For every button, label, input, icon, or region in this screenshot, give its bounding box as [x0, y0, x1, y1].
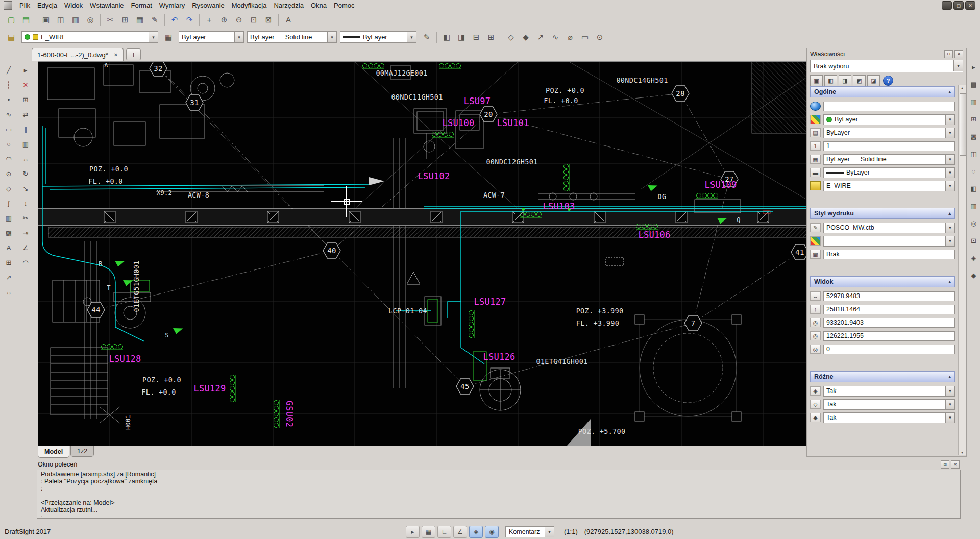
section-print-style[interactable]: Styl wydruku ▴ — [810, 208, 955, 219]
layer-select[interactable]: E_WIRE ▾ — [823, 181, 955, 191]
annotation-scale-icon[interactable]: A — [281, 13, 296, 27]
ortho-toggle[interactable]: ∟ — [437, 526, 451, 538]
freeze-layer-icon[interactable]: ◇ — [504, 30, 518, 44]
close-panel-icon[interactable]: ✕ — [954, 50, 963, 58]
misc-select-1[interactable]: Tak ▾ — [823, 386, 955, 397]
extend-tool[interactable]: ⇥ — [19, 226, 33, 239]
copy-icon[interactable]: ⊞ — [118, 13, 132, 27]
window-close-icon[interactable]: ✕ — [965, 1, 975, 10]
options-icon[interactable]: ◆ — [967, 268, 980, 282]
entity-track-toggle[interactable]: ◉ — [485, 526, 499, 538]
save-document-icon[interactable]: ◫ — [54, 13, 68, 27]
new-tab-button[interactable]: + — [126, 48, 141, 60]
polar-toggle[interactable]: ∠ — [453, 526, 467, 538]
leader-tool[interactable]: ↗ — [2, 271, 16, 284]
properties-scrollbar[interactable]: ▲ ▼ — [958, 85, 966, 455]
region-tool[interactable]: ▩ — [2, 226, 16, 239]
redo-icon[interactable]: ↷ — [182, 13, 197, 27]
command-history[interactable]: Podstawienie [arsimp.shx] za [Romantic]:… — [37, 470, 961, 519]
select-entities-icon[interactable]: ▣ — [810, 75, 823, 86]
erase-tool[interactable]: ✕ — [19, 78, 33, 91]
misc-select-2[interactable]: Tak ▾ — [823, 399, 955, 410]
scrollbar-thumb[interactable] — [960, 93, 966, 156]
mirror-tool[interactable]: ⇄ — [19, 108, 33, 121]
window-minimize-icon[interactable]: ─ — [942, 1, 952, 10]
show-layer-icon[interactable]: ⊞ — [484, 30, 498, 44]
boundary-box-icon[interactable]: ▭ — [578, 30, 592, 44]
print-lineweight-field[interactable]: Brak — [823, 250, 955, 259]
arc-tool[interactable]: ◠ — [2, 152, 16, 165]
sheets-panel-icon[interactable]: ⊡ — [967, 234, 980, 247]
view-width-field[interactable]: 52978.9483 — [823, 291, 955, 301]
scroll-down-icon[interactable]: ▼ — [961, 451, 964, 454]
chamfer-tool[interactable]: ∠ — [19, 241, 33, 254]
notes-panel-icon[interactable]: ▤ — [967, 78, 980, 91]
drawing-canvas[interactable]: A00MAJ12GE00100NDC11GH50100NDC14GH501POZ… — [38, 61, 807, 446]
point-tool[interactable]: • — [2, 93, 16, 106]
dimension-tool[interactable]: ↔ — [2, 285, 16, 299]
layers-panel-icon[interactable]: ▥ — [967, 199, 980, 212]
spline-edit-icon[interactable]: ∿ — [548, 30, 562, 44]
polygon-tool[interactable]: ◇ — [2, 182, 16, 195]
pointer-mode-toggle[interactable]: ▸ — [406, 526, 420, 538]
dock-panel-icon[interactable]: ⊡ — [944, 50, 953, 58]
open-document-icon[interactable]: ▤ — [19, 13, 33, 27]
close-icon[interactable]: ✕ — [114, 52, 118, 58]
fillet-tool[interactable]: ◠ — [19, 256, 33, 269]
paste-icon[interactable]: ▦ — [133, 13, 147, 27]
named-views-icon[interactable]: ◎ — [967, 216, 980, 230]
layer-properties-icon[interactable]: ▦ — [161, 30, 176, 44]
pointcloud-icon[interactable]: ◌ — [967, 164, 980, 178]
macros-icon[interactable]: ◈ — [967, 251, 980, 264]
print-style-select[interactable]: POSCO_MW.ctb ▾ — [823, 223, 955, 233]
menu-pomoc[interactable]: Pomoc — [330, 1, 358, 10]
pan-icon[interactable]: + — [202, 13, 216, 27]
filter-icon[interactable]: ◪ — [867, 75, 880, 86]
selection-filter-select[interactable]: Brak wyboru ▾ — [810, 60, 963, 72]
layer-preview-icon[interactable]: ◧ — [439, 30, 454, 44]
hide-layer-icon[interactable]: ⊟ — [469, 30, 483, 44]
thaw-layer-icon[interactable]: ◆ — [519, 30, 533, 44]
dock-panel-icon[interactable]: ⊡ — [941, 460, 949, 469]
entity-snap-toggle[interactable]: ◈ — [469, 526, 483, 538]
center-mark-icon[interactable]: ⊙ — [593, 30, 607, 44]
menu-widok[interactable]: Widok — [61, 1, 86, 10]
rotate-tool[interactable]: ↻ — [19, 167, 33, 180]
stretch-tool[interactable]: ↕ — [19, 197, 33, 210]
view-center-z-field[interactable]: 0 — [823, 345, 955, 354]
new-document-icon[interactable]: ▢ — [4, 13, 18, 27]
copy-entities-tool[interactable]: ⊞ — [19, 93, 33, 106]
circle-tool[interactable]: ○ — [2, 137, 16, 151]
view-center-y-field[interactable]: 126221.1955 — [823, 331, 955, 341]
isolate-layer-icon[interactable]: ◨ — [454, 30, 469, 44]
attach-drawing-icon[interactable]: ▣ — [39, 13, 53, 27]
document-tab[interactable]: 1-600-00-E...-2)_0.dwg* ✕ — [32, 48, 124, 61]
trim-tool[interactable]: ✂ — [19, 211, 33, 225]
smart-dimension-icon[interactable]: ↗ — [533, 30, 548, 44]
misc-select-3[interactable]: Tak ▾ — [823, 412, 955, 423]
cut-icon[interactable]: ✂ — [103, 13, 117, 27]
pattern-tool[interactable]: ▦ — [19, 137, 33, 151]
line-style-select[interactable]: ByLayer ▾ — [823, 128, 955, 138]
hyperlink-field[interactable] — [823, 102, 955, 111]
menu-modyfikacja[interactable]: Modyfikacja — [228, 1, 271, 10]
spline-tool[interactable]: ∫ — [2, 197, 16, 210]
table-tool[interactable]: ⊞ — [2, 256, 16, 269]
quick-select-icon[interactable]: ◧ — [824, 75, 837, 86]
hatch-tool[interactable]: ▦ — [2, 211, 16, 225]
line-weight-select[interactable]: ByLayer ▾ — [340, 31, 416, 43]
offset-tool[interactable]: ∥ — [19, 122, 33, 136]
pointer-panel-icon[interactable]: ▸ — [967, 60, 980, 74]
rectangle-tool[interactable]: ▭ — [2, 122, 16, 136]
menu-wstawianie[interactable]: Wstawianie — [86, 1, 127, 10]
line-scale-field[interactable]: 1 — [823, 141, 955, 151]
line-style-select[interactable]: ByLayer Solid line ▾ — [247, 31, 337, 43]
menu-okna[interactable]: Okna — [307, 1, 330, 10]
compare-icon[interactable]: ◧ — [967, 182, 980, 195]
format-painter-icon[interactable]: ✎ — [148, 13, 162, 27]
line-color-select[interactable]: ByLayer ▾ — [179, 31, 244, 43]
menu-narzędzia[interactable]: Narzędzia — [270, 1, 307, 10]
window-maximize-icon[interactable]: ▢ — [953, 1, 964, 10]
menu-plik[interactable]: Plik — [16, 1, 34, 10]
print-preview-icon[interactable]: ◎ — [83, 13, 97, 27]
